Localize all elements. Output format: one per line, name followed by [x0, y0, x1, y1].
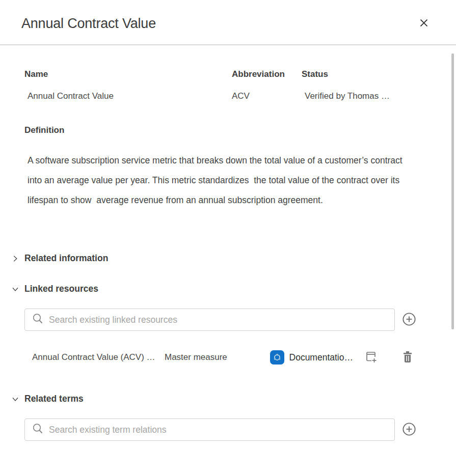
linked-resource-name: Annual Contract Value (ACV) …	[32, 352, 160, 362]
name-value[interactable]: Annual Contract Value	[24, 91, 232, 102]
add-linked-resource-button[interactable]	[403, 313, 416, 326]
name-label: Name	[24, 69, 232, 79]
section-linked-resources[interactable]: Linked resources	[11, 284, 416, 294]
page-title: Annual Contract Value	[21, 16, 156, 32]
related-terms-search-box[interactable]	[24, 418, 395, 441]
qlik-app-icon	[270, 350, 284, 365]
chevron-right-icon	[11, 255, 19, 263]
related-terms-search-input[interactable]	[49, 425, 388, 435]
related-terms-search-row	[24, 418, 416, 441]
chevron-down-icon	[11, 285, 19, 293]
abbreviation-value[interactable]: ACV	[232, 91, 302, 102]
modal-header: Annual Contract Value	[0, 0, 456, 45]
section-related-information[interactable]: Related information	[11, 253, 416, 264]
add-related-term-button[interactable]	[403, 423, 416, 436]
linked-resource-row[interactable]: Annual Contract Value (ACV) … Master mea…	[24, 350, 416, 365]
linked-resource-chip[interactable]: Documentatio…	[270, 350, 353, 365]
term-fields: Name Abbreviation Status Annual Contract…	[24, 69, 416, 102]
close-button[interactable]	[417, 17, 431, 31]
linked-resources-search-input[interactable]	[49, 315, 388, 325]
status-value[interactable]: Verified by Thomas …	[302, 91, 416, 102]
close-icon	[419, 18, 428, 29]
section-label-related-terms: Related terms	[24, 394, 84, 404]
circle-plus-icon	[403, 313, 416, 327]
section-label-related-information: Related information	[24, 253, 108, 264]
status-label: Status	[302, 69, 416, 79]
open-in-panel-button[interactable]	[364, 351, 378, 365]
panel-plus-icon	[364, 350, 378, 365]
definition-label: Definition	[24, 125, 416, 135]
linked-resources-search-row	[24, 309, 416, 331]
linked-resource-label: Documentatio…	[289, 352, 353, 363]
circle-plus-icon	[403, 423, 416, 437]
linked-resource-type: Master measure	[165, 352, 227, 362]
abbreviation-label: Abbreviation	[232, 69, 302, 79]
definition-text[interactable]: A software subscription service metric t…	[24, 151, 418, 210]
search-icon	[32, 313, 44, 327]
chevron-down-icon	[11, 395, 19, 403]
linked-resources-search-box[interactable]	[24, 309, 395, 331]
section-label-linked-resources: Linked resources	[24, 284, 98, 294]
search-icon	[32, 423, 44, 437]
delete-linked-resource-button[interactable]	[401, 351, 414, 363]
trash-icon	[402, 351, 413, 365]
section-related-terms[interactable]: Related terms	[11, 394, 416, 404]
vertical-scrollbar[interactable]	[451, 53, 454, 329]
